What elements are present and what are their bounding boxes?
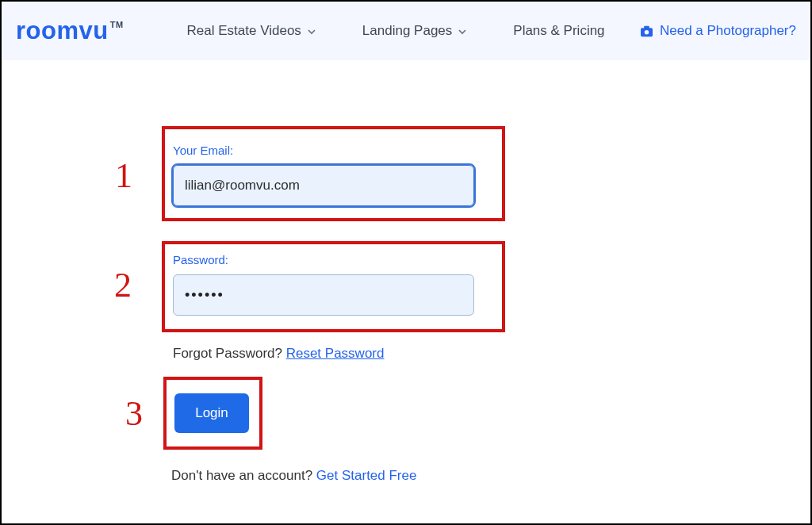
logo-text: roomvu — [16, 17, 109, 45]
nav-label: Plans & Pricing — [513, 23, 604, 39]
annotation-step-3: 3 — [125, 393, 143, 434]
chevron-down-icon — [307, 27, 315, 35]
password-input[interactable]: •••••• — [173, 274, 474, 316]
camera-icon — [640, 25, 653, 37]
chevron-down-icon — [458, 27, 465, 35]
nav-plans-pricing[interactable]: Plans & Pricing — [513, 23, 604, 39]
top-nav: roomvu TM Real Estate Videos Landing Pag… — [2, 2, 810, 60]
password-mask: •••••• — [185, 287, 224, 304]
login-button[interactable]: Login — [174, 393, 249, 433]
forgot-password-text: Forgot Password? — [173, 346, 286, 361]
annotation-step-1: 1 — [115, 155, 132, 196]
svg-rect-1 — [644, 25, 649, 28]
signup-row: Don't have an account? Get Started Free — [171, 468, 416, 484]
email-input[interactable] — [173, 165, 474, 206]
email-label: Your Email: — [173, 144, 233, 157]
signup-text: Don't have an account? — [171, 468, 316, 483]
nav-label: Real Estate Videos — [187, 23, 301, 39]
need-photographer-link[interactable]: Need a Photographer? — [640, 23, 796, 39]
logo-trademark: TM — [110, 20, 124, 29]
svg-point-2 — [645, 30, 649, 35]
nav-real-estate-videos[interactable]: Real Estate Videos — [187, 23, 315, 39]
get-started-link[interactable]: Get Started Free — [316, 468, 417, 483]
annotation-step-2: 2 — [114, 265, 132, 305]
logo[interactable]: roomvu TM — [16, 17, 124, 45]
nav-landing-pages[interactable]: Landing Pages — [362, 23, 465, 39]
nav-label: Landing Pages — [362, 23, 452, 39]
password-label: Password: — [173, 253, 228, 266]
forgot-password-row: Forgot Password? Reset Password — [173, 346, 384, 362]
reset-password-link[interactable]: Reset Password — [286, 346, 385, 361]
need-photographer-label: Need a Photographer? — [660, 23, 796, 39]
